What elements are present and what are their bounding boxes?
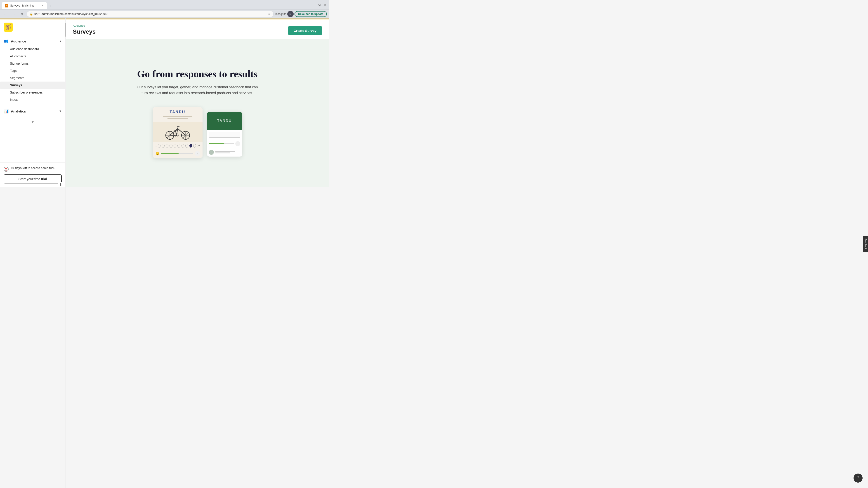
- audience-section-header[interactable]: 👥 Audience ▲: [0, 37, 65, 45]
- survey-card-small: TANDU →: [207, 112, 242, 157]
- rating-circle-5[interactable]: [174, 144, 176, 148]
- breadcrumb: Audience: [73, 24, 96, 27]
- bookmark-icon: ☆: [268, 12, 271, 16]
- avatar: [209, 150, 214, 155]
- analytics-section-icon: 📊: [4, 109, 8, 113]
- browser-titlebar: M Surveys | Mailchimp ✕ + — ⧉ ✕: [0, 0, 329, 9]
- trial-text: 89 days left to access a free trial.: [11, 166, 55, 170]
- minimize-button[interactable]: —: [311, 2, 316, 7]
- survey-card-large: TANDU: [153, 107, 203, 158]
- sidebar-item-tags[interactable]: Tags: [0, 67, 65, 74]
- app-layout: 🐒 👥 Audience ▲ Audience dashboard All co…: [0, 20, 329, 187]
- sidebar-item-label: All contacts: [10, 55, 26, 58]
- progress-bar: [161, 153, 193, 154]
- sidebar-collapse-button[interactable]: ▐: [58, 182, 63, 187]
- audience-section-title: Audience: [11, 39, 57, 43]
- small-line-2: [215, 153, 230, 153]
- incognito-label: Incognito: [275, 12, 286, 15]
- page-heading: Audience Surveys: [73, 24, 96, 35]
- free-trial-button[interactable]: Start your free trial: [4, 174, 62, 184]
- audience-chevron-icon: ▲: [59, 39, 62, 43]
- analytics-section-header[interactable]: 📊 Analytics ▼: [0, 107, 65, 116]
- small-progress-fill: [209, 143, 224, 144]
- sidebar-item-subscriber-preferences[interactable]: Subscriber preferences: [0, 89, 65, 96]
- tandu-logo-large: TANDU: [156, 110, 200, 114]
- tab-close-button[interactable]: ✕: [40, 4, 44, 7]
- rating-circle-10[interactable]: [193, 144, 196, 148]
- sidebar-item-all-contacts[interactable]: All contacts: [0, 53, 65, 60]
- scroll-down-indicator: ▼: [31, 120, 35, 125]
- small-line-1: [215, 151, 235, 152]
- sidebar-item-inbox[interactable]: Inbox: [0, 96, 65, 103]
- card-small-image: TANDU: [207, 112, 242, 130]
- rating-num-1: 1: [155, 144, 157, 147]
- small-card-next-button[interactable]: →: [235, 141, 240, 146]
- card-line-1: [163, 116, 192, 117]
- restore-button[interactable]: ⧉: [317, 2, 321, 7]
- rating-circle-3[interactable]: [166, 144, 168, 148]
- card-rating: 1 10: [153, 142, 203, 149]
- survey-cards: TANDU: [153, 107, 242, 158]
- tandu-logo-small: TANDU: [217, 119, 232, 123]
- smiley-icon: 😊: [156, 152, 159, 156]
- rating-circle-7[interactable]: [182, 144, 184, 148]
- rating-circle-8[interactable]: [185, 144, 188, 148]
- sidebar-item-label: Tags: [10, 69, 17, 72]
- input-mock[interactable]: [209, 132, 240, 138]
- trial-info: ⏰ 89 days left to access a free trial.: [4, 166, 62, 172]
- url-text: us21.admin.mailchimp.com/lists/surveys/?…: [34, 12, 266, 15]
- sidebar-item-surveys[interactable]: Surveys: [0, 82, 65, 89]
- sidebar-item-signup-forms[interactable]: Signup forms: [0, 60, 65, 67]
- create-survey-button[interactable]: Create Survey: [288, 26, 322, 35]
- main-header: Audience Surveys Create Survey: [66, 20, 329, 39]
- sidebar-item-label: Subscriber preferences: [10, 91, 43, 94]
- rating-circle-2[interactable]: [162, 144, 164, 148]
- card-small-input-area: [207, 130, 242, 139]
- rating-circle-9[interactable]: [189, 144, 192, 148]
- audience-section: 👥 Audience ▲ Audience dashboard All cont…: [0, 35, 65, 105]
- card-small-progress: →: [207, 139, 242, 148]
- sidebar-trial-section: ⏰ 89 days left to access a free trial. S…: [0, 162, 65, 187]
- trial-days: 89 days left: [11, 166, 27, 170]
- forward-button[interactable]: →: [10, 11, 17, 17]
- new-tab-button[interactable]: +: [47, 3, 53, 9]
- close-button[interactable]: ✕: [323, 2, 327, 7]
- sidebar-item-label: Segments: [10, 76, 24, 80]
- trial-clock-icon: ⏰: [4, 167, 8, 172]
- sidebar-item-label: Audience dashboard: [10, 47, 39, 51]
- window-controls: — ⧉ ✕: [311, 2, 327, 7]
- card-footer: 😊 →: [153, 149, 203, 158]
- card-small-footer: [207, 148, 242, 157]
- card-image-area: [153, 122, 203, 142]
- rating-num-10: 10: [197, 144, 199, 147]
- audience-section-icon: 👥: [4, 39, 8, 43]
- scrollbar-thumb[interactable]: [65, 23, 66, 37]
- analytics-section-title: Analytics: [11, 109, 57, 113]
- rating-circle-1[interactable]: [158, 144, 160, 148]
- card-lines: [156, 116, 200, 119]
- mailchimp-logo[interactable]: 🐒: [4, 23, 13, 32]
- rating-circle-4[interactable]: [169, 144, 172, 148]
- refresh-button[interactable]: ↻: [19, 11, 25, 17]
- hero-subtitle: Our surveys let you target, gather, and …: [134, 84, 260, 96]
- sidebar-header: 🐒: [0, 20, 65, 35]
- address-bar[interactable]: 🔒 us21.admin.mailchimp.com/lists/surveys…: [27, 11, 274, 17]
- progress-fill: [161, 153, 179, 154]
- sidebar-item-audience-dashboard[interactable]: Audience dashboard: [0, 45, 65, 53]
- rating-circle-6[interactable]: [178, 144, 180, 148]
- sidebar-item-segments[interactable]: Segments: [0, 74, 65, 82]
- tab-bar: M Surveys | Mailchimp ✕ +: [2, 0, 309, 9]
- profile-avatar[interactable]: S: [287, 11, 293, 17]
- tab-favicon: M: [5, 4, 8, 7]
- main-content: Audience Surveys Create Survey Go from r…: [66, 20, 329, 187]
- sidebar-item-label: Inbox: [10, 98, 18, 101]
- sidebar: 🐒 👥 Audience ▲ Audience dashboard All co…: [0, 20, 66, 187]
- active-tab[interactable]: M Surveys | Mailchimp ✕: [2, 2, 47, 9]
- browser-actions: Incognito S Relaunch to update: [275, 11, 327, 17]
- hero-section: Go from responses to results Our surveys…: [66, 39, 329, 187]
- back-button[interactable]: ←: [2, 11, 8, 17]
- tab-title: Surveys | Mailchimp: [10, 4, 34, 7]
- relaunch-button[interactable]: Relaunch to update: [294, 11, 327, 17]
- analytics-section: 📊 Analytics ▼: [0, 105, 65, 117]
- card-next-button[interactable]: →: [195, 151, 200, 156]
